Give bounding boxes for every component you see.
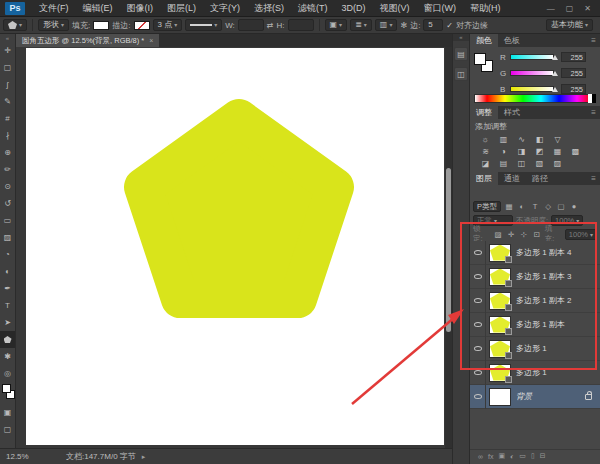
quick-mask-button[interactable]: ▣ (0, 404, 15, 421)
layer-thumbnail[interactable] (490, 365, 510, 381)
tab-color[interactable]: 颜色 (470, 34, 498, 47)
status-options-arrow-icon[interactable]: ▸ (142, 453, 146, 461)
delete-layer-icon[interactable]: ⊟ (540, 452, 546, 460)
layer-thumbnail[interactable] (490, 269, 510, 285)
dodge-tool[interactable]: ◐ (0, 263, 15, 280)
eyedropper-tool[interactable]: ∤ (0, 127, 15, 144)
panel-menu-icon[interactable]: ≡ (587, 106, 600, 119)
selective-color-icon[interactable]: ▨ (549, 158, 566, 170)
path-alignment-button[interactable]: ≣▾ (350, 19, 372, 31)
brightness-contrast-icon[interactable]: ☼ (477, 134, 494, 146)
layer-thumbnail[interactable] (490, 317, 510, 333)
healing-brush-tool[interactable]: ⊕ (0, 144, 15, 161)
levels-icon[interactable]: ▥ (495, 134, 512, 146)
shape-height-field[interactable] (288, 19, 314, 31)
blur-tool[interactable]: ◔ (0, 246, 15, 263)
workspace-switcher[interactable]: 基本功能▾ (546, 19, 593, 31)
visibility-toggle[interactable] (470, 265, 486, 289)
layer-row-polygon-copy-4[interactable]: 多边形 1 副本 4 (470, 241, 600, 265)
document-tab[interactable]: 圆角五边形 @ 12.5%(背景, RGB/8) * × (16, 34, 159, 47)
panel-menu-icon[interactable]: ≡ (587, 34, 600, 47)
layer-thumbnail[interactable] (490, 389, 510, 405)
exposure-icon[interactable]: ◧ (531, 134, 548, 146)
layer-style-icon[interactable]: fx (488, 453, 493, 460)
layer-row-polygon-1[interactable]: 多边形 1 (470, 337, 600, 361)
collapsed-panel-properties-icon[interactable]: ◫ (454, 67, 468, 81)
visibility-toggle[interactable] (470, 385, 486, 409)
layer-name[interactable]: 多边形 1 (516, 367, 547, 378)
dock-collapse-icon[interactable]: « (453, 34, 469, 41)
menu-select[interactable]: 选择(S) (247, 0, 291, 17)
stroke-color-swatch[interactable] (134, 21, 150, 30)
vibrance-icon[interactable]: ▽ (549, 134, 566, 146)
visibility-toggle[interactable] (470, 313, 486, 337)
menu-window[interactable]: 窗口(W) (417, 0, 464, 17)
layer-name[interactable]: 多边形 1 (516, 343, 547, 354)
history-brush-tool[interactable]: ↺ (0, 195, 15, 212)
tab-layers[interactable]: 图层 (470, 172, 498, 185)
menu-edit[interactable]: 编辑(E) (76, 0, 120, 17)
screen-mode-button[interactable]: ▢ (0, 421, 15, 438)
menu-image[interactable]: 图像(I) (120, 0, 161, 17)
blue-channel-slider[interactable] (510, 86, 554, 92)
eraser-tool[interactable]: ▭ (0, 212, 15, 229)
path-arrangement-button[interactable]: ▥▾ (375, 19, 398, 31)
shape-width-field[interactable] (238, 19, 264, 31)
shape-tool[interactable] (0, 331, 15, 348)
visibility-toggle[interactable] (470, 361, 486, 385)
filter-pixel-layers-icon[interactable]: ▦ (504, 202, 514, 211)
checkmark-icon[interactable]: ✓ (446, 21, 453, 30)
black-white-icon[interactable]: ◨ (513, 146, 530, 158)
canvas[interactable] (26, 48, 444, 445)
crop-tool[interactable]: # (0, 110, 15, 127)
tab-styles[interactable]: 样式 (498, 106, 526, 119)
foreground-color-swatch[interactable] (2, 384, 11, 393)
lock-position-icon[interactable]: ⊹ (519, 230, 529, 239)
visibility-toggle[interactable] (470, 289, 486, 313)
red-channel-value[interactable]: 255 (561, 52, 586, 62)
foreground-color-swatch[interactable] (474, 53, 486, 65)
layer-name[interactable]: 多边形 1 副本 2 (516, 295, 572, 306)
hand-tool[interactable]: ✱ (0, 348, 15, 365)
path-selection-tool[interactable]: ➤ (0, 314, 15, 331)
link-layers-icon[interactable]: ∞ (478, 453, 483, 460)
green-channel-slider[interactable] (510, 70, 554, 76)
threshold-icon[interactable]: ◫ (513, 158, 530, 170)
toolbar-collapse-button[interactable]: « (0, 34, 15, 42)
pen-tool[interactable]: ✒ (0, 280, 15, 297)
visibility-toggle[interactable] (470, 337, 486, 361)
new-group-icon[interactable]: ▭ (519, 452, 526, 460)
tab-channels[interactable]: 通道 (498, 172, 526, 185)
color-balance-icon[interactable]: ◑ (495, 146, 512, 158)
scrollbar-thumb[interactable] (446, 168, 451, 332)
photo-filter-icon[interactable]: ◩ (531, 146, 548, 158)
tab-paths[interactable]: 路径 (526, 172, 554, 185)
spectrum-bw-end[interactable] (588, 94, 596, 103)
menu-file[interactable]: 文件(F) (32, 0, 76, 17)
green-channel-value[interactable]: 255 (561, 68, 586, 78)
marquee-tool[interactable]: ▢ (0, 59, 15, 76)
layer-thumbnail[interactable] (490, 245, 510, 261)
layer-thumbnail[interactable] (490, 293, 510, 309)
menu-3d[interactable]: 3D(D) (335, 0, 373, 17)
menu-filter[interactable]: 滤镜(T) (291, 0, 335, 17)
invert-icon[interactable]: ◪ (477, 158, 494, 170)
link-dimensions-icon[interactable]: ⇄ (267, 21, 274, 30)
hue-saturation-icon[interactable]: ≋ (477, 146, 494, 158)
stroke-width-field[interactable]: 3 点▾ (153, 19, 183, 31)
filter-smart-objects-icon[interactable]: ▢ (556, 202, 566, 211)
menu-help[interactable]: 帮助(H) (463, 0, 508, 17)
color-lookup-icon[interactable]: ▩ (567, 146, 584, 158)
sides-field[interactable]: 5 (423, 19, 443, 31)
channel-mixer-icon[interactable]: ▦ (549, 146, 566, 158)
lock-image-pixels-icon[interactable]: ✛ (506, 230, 516, 239)
slider-knob-icon[interactable] (552, 87, 558, 92)
maximize-button[interactable]: ▢ (566, 0, 574, 17)
stroke-type-select[interactable]: ▾ (185, 19, 222, 31)
layer-mask-icon[interactable]: ▣ (498, 452, 505, 460)
new-layer-icon[interactable]: ▯ (531, 452, 535, 460)
gear-icon[interactable]: ✻ (400, 21, 407, 30)
layer-filter-select[interactable]: P类型 (473, 201, 501, 212)
lock-all-icon[interactable]: ⊡ (532, 230, 542, 239)
close-button[interactable]: ✕ (584, 0, 591, 17)
